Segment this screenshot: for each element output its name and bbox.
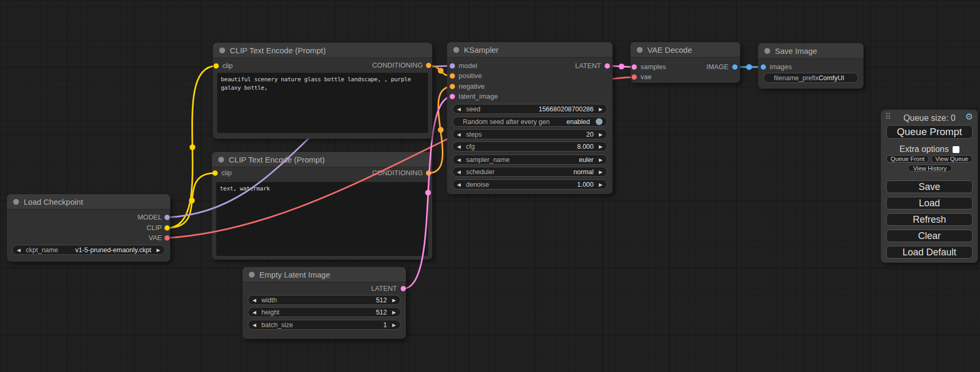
sampler-name-widget[interactable]: ◀ sampler_name euler ▶ bbox=[452, 155, 607, 165]
input-socket-negative[interactable] bbox=[450, 84, 455, 89]
enabled-toggle-icon[interactable] bbox=[596, 118, 603, 125]
input-socket-vae[interactable] bbox=[632, 74, 637, 80]
view-history-button[interactable]: View History bbox=[908, 165, 952, 171]
node-titlebar[interactable]: CLIP Text Encode (Prompt) bbox=[212, 152, 432, 167]
input-socket-latent-image[interactable] bbox=[450, 94, 455, 99]
node-titlebar[interactable]: VAE Decode bbox=[630, 42, 740, 57]
cfg-widget[interactable]: ◀ cfg 8.000 ▶ bbox=[452, 141, 607, 151]
batch-size-widget[interactable]: ◀ batch_size 1 ▶ bbox=[248, 320, 401, 330]
steps-widget[interactable]: ◀ steps 20 ▶ bbox=[452, 129, 607, 139]
prev-value-icon[interactable]: ◀ bbox=[253, 298, 259, 303]
ckpt-name-widget[interactable]: ◀ ckpt_name v1-5-pruned-emaonly.ckpt ▶ bbox=[12, 245, 165, 255]
input-socket-clip[interactable] bbox=[214, 63, 219, 69]
prev-value-icon[interactable]: ◀ bbox=[457, 169, 463, 175]
node-title: VAE Decode bbox=[647, 45, 692, 54]
collapse-dot-icon[interactable] bbox=[218, 157, 224, 163]
collapse-dot-icon[interactable] bbox=[249, 272, 255, 278]
prev-value-icon[interactable]: ◀ bbox=[253, 322, 259, 328]
node-titlebar[interactable]: CLIP Text Encode (Prompt) bbox=[213, 43, 432, 58]
collapse-dot-icon[interactable] bbox=[637, 47, 643, 53]
view-queue-button[interactable]: View Queue bbox=[931, 155, 973, 163]
widget-label: steps bbox=[466, 131, 482, 138]
input-socket-samples[interactable] bbox=[632, 64, 637, 70]
collapse-dot-icon[interactable] bbox=[13, 199, 19, 205]
next-value-icon[interactable]: ▶ bbox=[596, 169, 603, 175]
save-button[interactable]: Save bbox=[886, 180, 973, 193]
next-value-icon[interactable]: ▶ bbox=[390, 322, 396, 328]
next-value-icon[interactable]: ▶ bbox=[596, 132, 603, 137]
input-socket-clip[interactable] bbox=[212, 170, 218, 176]
random-seed-widget[interactable]: Random seed after every gen enabled bbox=[452, 117, 607, 127]
extra-options-label: Extra options bbox=[899, 145, 948, 154]
filename-prefix-widget[interactable]: filename_prefix ComfyUI bbox=[763, 73, 858, 83]
output-socket-image[interactable] bbox=[732, 64, 738, 70]
output-socket-model[interactable] bbox=[164, 215, 170, 220]
scheduler-widget[interactable]: ◀ scheduler normal ▶ bbox=[452, 167, 607, 177]
node-titlebar[interactable]: Load Checkpoint bbox=[7, 194, 170, 209]
height-widget[interactable]: ◀ height 512 ▶ bbox=[248, 307, 401, 317]
queue-front-button[interactable]: Queue Front bbox=[886, 155, 929, 163]
input-label-negative: negative bbox=[459, 82, 484, 91]
collapse-dot-icon[interactable] bbox=[219, 47, 225, 53]
prev-value-icon[interactable]: ◀ bbox=[457, 107, 463, 112]
node-vae-decode[interactable]: VAE Decode samples vae IMAGE bbox=[630, 42, 740, 83]
widget-label: ckpt_name bbox=[26, 246, 58, 254]
node-titlebar[interactable]: Save Image bbox=[758, 43, 863, 58]
link-midpoint-dot bbox=[746, 64, 752, 70]
next-value-icon[interactable]: ▶ bbox=[390, 310, 396, 315]
next-value-icon[interactable]: ▶ bbox=[154, 247, 160, 253]
refresh-button[interactable]: Refresh bbox=[886, 213, 973, 226]
denoise-widget[interactable]: ◀ denoise 1.000 ▶ bbox=[452, 179, 607, 189]
seed-widget[interactable]: ◀ seed 156680208700286 ▶ bbox=[452, 104, 607, 114]
prev-value-icon[interactable]: ◀ bbox=[17, 247, 23, 253]
link-midpoint-dot bbox=[438, 127, 444, 133]
load-button[interactable]: Load bbox=[886, 197, 973, 209]
node-ksampler[interactable]: KSampler model positive negative latent_… bbox=[447, 42, 613, 194]
queue-menu-panel[interactable]: ⠿ Queue size: 0 ⚙ Queue Prompt Extra opt… bbox=[881, 110, 978, 263]
output-socket-latent[interactable] bbox=[401, 286, 406, 291]
prev-value-icon[interactable]: ◀ bbox=[457, 144, 463, 149]
output-label-image: IMAGE bbox=[706, 62, 729, 72]
prev-value-icon[interactable]: ◀ bbox=[457, 182, 463, 187]
output-socket-latent[interactable] bbox=[605, 63, 610, 69]
next-value-icon[interactable]: ▶ bbox=[390, 298, 396, 303]
prev-value-icon[interactable]: ◀ bbox=[457, 157, 463, 163]
input-label-positive: positive bbox=[459, 71, 482, 81]
output-socket-clip[interactable] bbox=[164, 225, 170, 231]
node-clip-text-encode-positive[interactable]: CLIP Text Encode (Prompt) clip CONDITION… bbox=[213, 43, 432, 139]
input-socket-model[interactable] bbox=[450, 63, 455, 69]
widget-value: 20 bbox=[482, 131, 594, 138]
collapse-dot-icon[interactable] bbox=[764, 48, 770, 54]
output-socket-conditioning[interactable] bbox=[426, 170, 431, 176]
collapse-dot-icon[interactable] bbox=[453, 47, 459, 53]
extra-options-checkbox[interactable] bbox=[953, 146, 959, 153]
node-empty-latent-image[interactable]: Empty Latent Image LATENT ◀ width 512 ▶ … bbox=[242, 267, 406, 339]
output-socket-vae[interactable] bbox=[164, 235, 170, 241]
load-default-button[interactable]: Load Default bbox=[886, 246, 973, 259]
widget-label: scheduler bbox=[466, 168, 494, 176]
next-value-icon[interactable]: ▶ bbox=[596, 107, 603, 112]
clear-button[interactable]: Clear bbox=[886, 230, 973, 242]
next-value-icon[interactable]: ▶ bbox=[596, 144, 603, 149]
input-socket-images[interactable] bbox=[761, 64, 766, 70]
node-titlebar[interactable]: KSampler bbox=[447, 42, 613, 57]
queue-prompt-button[interactable]: Queue Prompt bbox=[886, 125, 973, 139]
next-value-icon[interactable]: ▶ bbox=[596, 182, 603, 187]
prev-value-icon[interactable]: ◀ bbox=[457, 132, 463, 137]
negative-prompt-textarea[interactable]: text, watermark bbox=[216, 182, 428, 256]
settings-gear-icon[interactable]: ⚙ bbox=[965, 112, 973, 121]
node-title: CLIP Text Encode (Prompt) bbox=[230, 46, 326, 55]
positive-prompt-textarea[interactable]: beautiful scenery nature glass bottle la… bbox=[217, 73, 428, 133]
node-save-image[interactable]: Save Image images filename_prefix ComfyU… bbox=[758, 43, 863, 89]
next-value-icon[interactable]: ▶ bbox=[596, 157, 603, 163]
input-label-clip: clip bbox=[222, 61, 233, 71]
node-titlebar[interactable]: Empty Latent Image bbox=[242, 267, 406, 282]
node-load-checkpoint[interactable]: Load Checkpoint MODEL CLIP VAE ◀ ckpt_na… bbox=[7, 194, 170, 262]
input-socket-positive[interactable] bbox=[450, 73, 455, 79]
output-label-conditioning: CONDITIONING bbox=[372, 168, 423, 178]
width-widget[interactable]: ◀ width 512 ▶ bbox=[248, 295, 401, 305]
output-socket-conditioning[interactable] bbox=[426, 63, 431, 68]
widget-value: ComfyUI bbox=[819, 74, 845, 82]
prev-value-icon[interactable]: ◀ bbox=[253, 310, 259, 315]
node-clip-text-encode-negative[interactable]: CLIP Text Encode (Prompt) clip CONDITION… bbox=[212, 152, 432, 260]
